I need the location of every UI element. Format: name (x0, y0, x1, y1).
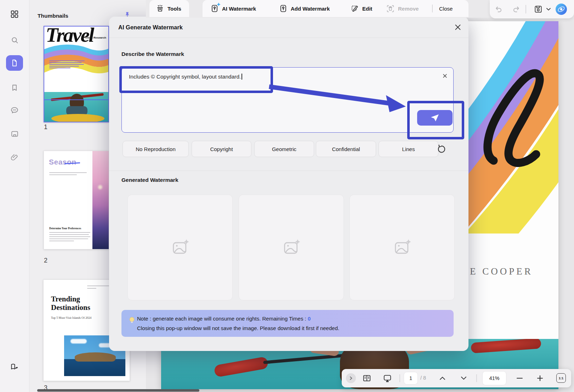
dialog-close-icon[interactable] (453, 23, 462, 32)
previous-page-icon[interactable] (439, 376, 445, 380)
tab-edit[interactable]: Edit (351, 0, 372, 17)
ai-sparkle-icon (217, 2, 221, 6)
viewer-bottom-toolbar: 1 / 8 41% 1:1 (342, 369, 571, 387)
thumbnail-page-2[interactable]: Season Determine Your Preferences (44, 151, 109, 249)
remaining-times-count: 0 (308, 316, 311, 322)
page-layout-view-icon[interactable] (362, 374, 371, 383)
dialog-header-divider (109, 38, 468, 38)
total-pages-label: / 8 (420, 375, 426, 381)
generated-result-slot-2 (239, 195, 344, 300)
page-number-input[interactable]: 1 (404, 372, 417, 384)
preset-label: Copyright (210, 146, 233, 152)
tab-tools[interactable]: Tools (149, 0, 189, 17)
save-icon[interactable] (534, 5, 543, 14)
bookmark-icon[interactable] (6, 80, 23, 96)
actual-size-button[interactable]: 1:1 (556, 373, 566, 383)
note-line1-text: Note : generate each image will consume … (137, 316, 308, 322)
thumb1-page-number: 1 (44, 123, 47, 131)
note-line1: Note : generate each image will consume … (137, 316, 311, 322)
actual-size-label: 1:1 (559, 376, 564, 380)
tools-tab-label: Tools (167, 6, 181, 12)
image-placeholder-icon (170, 238, 190, 258)
next-page-icon[interactable] (461, 376, 467, 380)
preset-label: No Reproduction (136, 146, 176, 152)
comment-icon[interactable] (6, 103, 23, 118)
zoom-out-icon[interactable] (517, 378, 523, 379)
redo-icon[interactable] (512, 5, 520, 13)
preset-geometric[interactable]: Geometric (254, 141, 314, 157)
preset-copyright[interactable]: Copyright (192, 141, 251, 157)
current-page-value: 1 (409, 375, 412, 381)
photo-paddle-blade-left (214, 356, 269, 377)
thumb2-page-number: 2 (44, 257, 47, 264)
zoom-level-control[interactable]: 41% (483, 371, 506, 385)
chevron-right-icon (349, 376, 353, 380)
prompt-highlight-box (119, 66, 273, 93)
thumb3-title-line2: Destinations (51, 303, 90, 312)
file-card-icon[interactable] (6, 126, 23, 142)
page-script-letter (480, 54, 547, 167)
quick-actions-panel (490, 0, 574, 18)
horizontal-scrollbar[interactable] (37, 389, 199, 392)
preset-label: Geometric (272, 146, 296, 152)
edit-tab-label: Edit (362, 6, 372, 12)
close-button[interactable]: Close (439, 0, 453, 17)
watermark-tab-group: AI Watermark Add Watermark Edit (203, 0, 468, 17)
thumbnail-page-1[interactable]: Travel Trend Research (44, 26, 109, 122)
page-author-text: E COOPER (470, 266, 533, 277)
thumb1-photo (44, 92, 109, 122)
search-icon[interactable] (6, 32, 23, 48)
undo-icon[interactable] (495, 5, 503, 13)
zoom-level-value: 41% (489, 375, 499, 381)
generated-result-slot-1 (127, 195, 233, 300)
app-grid-icon[interactable] (6, 6, 23, 22)
expand-toolbar-button[interactable] (346, 373, 356, 383)
describe-watermark-label: Describe the Watermark (121, 51, 184, 57)
preset-no-reproduction[interactable]: No Reproduction (123, 141, 189, 157)
preset-label: Lines (402, 146, 415, 152)
zoom-in-icon[interactable] (537, 375, 543, 381)
preset-lines[interactable]: Lines (379, 141, 438, 157)
image-placeholder-icon (282, 238, 301, 258)
toolbar-divider (399, 374, 400, 382)
ai-watermark-icon (210, 4, 219, 13)
dialog-section-divider (109, 171, 468, 171)
tab-ai-watermark[interactable]: AI Watermark (210, 0, 256, 17)
generated-result-slot-3 (349, 195, 455, 300)
ai-watermark-tab-label: AI Watermark (222, 6, 256, 12)
preset-confidential[interactable]: Confidential (316, 141, 376, 157)
annotation-arrow (265, 83, 408, 115)
thumb1-viewport-line (44, 99, 109, 100)
tab-remove[interactable]: Remove (386, 0, 419, 17)
paperclip-icon[interactable] (6, 150, 23, 165)
note-line2: Closing this pop-up window will not save… (137, 325, 339, 331)
thumb3-subtitle: Top 5 Must-Visit Islands Of 2024 (51, 316, 91, 319)
signature-icon[interactable] (6, 358, 23, 374)
dialog-title: AI Generate Watermark (118, 24, 183, 31)
tools-icon (156, 4, 164, 13)
refresh-presets-icon[interactable] (437, 144, 447, 154)
tab-divider (432, 5, 433, 12)
thumb2-photo (92, 151, 109, 249)
clear-input-icon[interactable] (442, 73, 448, 79)
thumbnails-panel-icon[interactable] (6, 55, 23, 71)
save-options-chevron-icon[interactable] (546, 7, 551, 11)
close-button-label: Close (439, 6, 453, 12)
add-watermark-icon (279, 4, 288, 13)
tab-add-watermark[interactable]: Add Watermark (279, 0, 330, 17)
ai-assistant-logo[interactable] (555, 3, 567, 15)
quick-actions-divider (525, 5, 526, 13)
thumbnails-panel-title: Thumbnails (38, 13, 68, 19)
lightbulb-icon (129, 317, 135, 324)
tools-tab-content: Tools (156, 0, 181, 17)
image-placeholder-icon (392, 238, 412, 258)
generated-watermark-label: Generated Watermark (121, 177, 178, 183)
edit-icon (351, 4, 359, 13)
thumb1-kicker: Trend Research (85, 36, 106, 39)
thumb2-heading: Determine Your Preferences (49, 227, 81, 230)
thumb2-title: Season (49, 158, 76, 166)
presentation-mode-icon[interactable] (383, 374, 392, 383)
remove-tab-label: Remove (398, 6, 419, 12)
preset-label: Confidential (332, 146, 360, 152)
photo-paddle-blade-right (471, 339, 541, 353)
